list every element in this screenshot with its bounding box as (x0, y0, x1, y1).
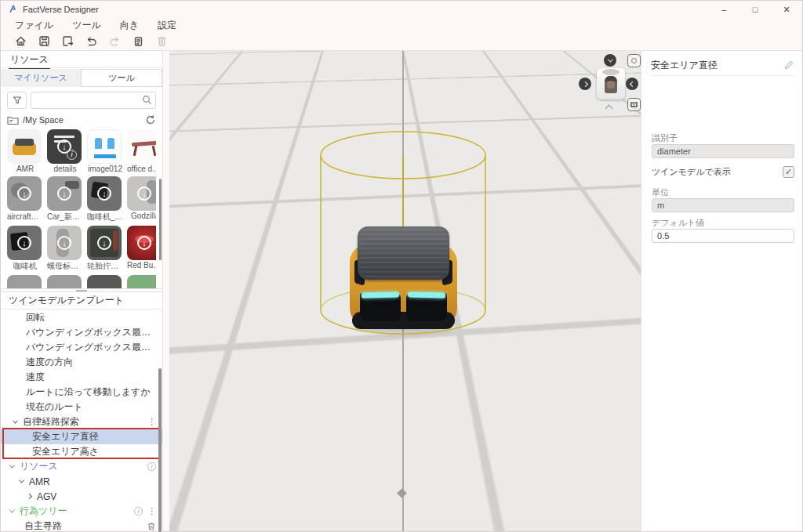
resource-item[interactable]: ↓ 螺母标记漆 (47, 226, 83, 272)
download-icon: ↓ (17, 236, 31, 250)
tree-item-resource-group[interactable]: リソース i (1, 459, 162, 474)
trash-icon[interactable] (147, 522, 156, 531)
save-icon (38, 34, 51, 48)
ground-grid (169, 51, 642, 102)
filter-button[interactable] (7, 92, 27, 109)
resource-item[interactable]: AMR (7, 129, 43, 173)
robot-led-strip (362, 291, 399, 298)
chevron-down-icon[interactable] (9, 463, 15, 469)
save-export-button[interactable] (57, 34, 78, 49)
chevron-down-icon[interactable] (9, 508, 15, 513)
grid-view-button[interactable] (627, 98, 641, 111)
menu-tools[interactable]: ツール (72, 19, 101, 32)
tree-item-follow-route[interactable]: ルートに沿って移動しますか (1, 385, 162, 400)
chevron-down-icon[interactable] (19, 478, 24, 483)
undo-icon (85, 34, 98, 48)
kebab-menu-icon[interactable]: ⋮ (147, 506, 156, 516)
tree-item-autonomous-pathfinding[interactable]: 自律経路探索 ⋮ (1, 414, 162, 429)
menu-settings[interactable]: 設定 (158, 19, 176, 32)
resource-item[interactable]: ↓ 咖啡机 (7, 226, 43, 272)
resource-item[interactable]: office desk (127, 129, 156, 173)
tab-tools[interactable]: ツール (81, 69, 162, 87)
resource-grid-scrollbar[interactable] (159, 179, 162, 260)
resource-item-partial[interactable] (127, 275, 156, 288)
resource-thumbnail-details: ↓ i (47, 129, 82, 164)
refresh-icon[interactable] (145, 114, 156, 125)
gizmo-rotate-up-button[interactable] (604, 54, 616, 67)
info-icon[interactable]: i (147, 462, 156, 471)
resource-item[interactable]: ↓ i details (47, 129, 83, 173)
gizmo-top-face (602, 69, 620, 75)
chevron-left-icon (629, 81, 634, 86)
save-button[interactable] (34, 34, 54, 49)
title-bar[interactable]: FactVerse Designer – □ ✕ (1, 1, 802, 18)
minimize-button[interactable]: – (708, 1, 739, 18)
gizmo-rotate-right-button[interactable] (626, 78, 638, 90)
redo-button[interactable] (104, 34, 125, 49)
edit-pencil-icon[interactable] (783, 60, 794, 71)
menu-orientation[interactable]: 向き (120, 19, 139, 32)
tree-item-safety-area-height[interactable]: 安全エリア高さ (1, 444, 162, 459)
breadcrumb-path[interactable]: /My Space (23, 115, 145, 125)
folder-icon (7, 115, 19, 125)
tree-item-rotation[interactable]: 回転 (1, 310, 162, 325)
download-icon: ↓ (17, 186, 31, 201)
resource-item[interactable]: ↓ 轮胎拧紧数… (87, 226, 123, 272)
tab-my-resources[interactable]: マイリソース (1, 69, 81, 87)
resource-item[interactable]: ↓ 咖啡机_新… (87, 176, 123, 223)
resource-thumbnail: ↓ (47, 226, 82, 260)
resource-item[interactable]: ↓ Godzilla (127, 176, 156, 223)
resource-item-partial[interactable] (7, 275, 43, 288)
default-value-label: デフォルト値 (652, 217, 704, 229)
tree-item-velocity-direction[interactable]: 速度の方向 (1, 355, 162, 370)
tree-item-current-route[interactable]: 現在のルート (1, 400, 162, 414)
search-input[interactable] (31, 92, 156, 109)
tree-item-auto-pathfinding-behavior[interactable]: 自主寻路 (1, 519, 162, 531)
resource-item-partial[interactable] (87, 275, 123, 288)
tree-item-amr[interactable]: AMR (1, 474, 162, 489)
tree-item-agv[interactable]: AGV (1, 489, 162, 504)
resource-item[interactable]: ↓ Car_新机制 (47, 176, 83, 223)
resource-item[interactable]: ↓ Red Button (127, 226, 156, 272)
tree-item-behavior-tree[interactable]: 行為ツリー i ⋮ (1, 504, 162, 519)
tree-item-bbox-1[interactable]: バウンディングボックス最… (1, 325, 162, 340)
maximize-button[interactable]: □ (739, 1, 771, 18)
default-value-field[interactable] (652, 229, 794, 243)
template-tree-scrollbar[interactable] (158, 368, 162, 532)
resource-item-partial[interactable] (47, 275, 83, 288)
property-panel: 安全エリア直径 識別子 ツインモデルで表示 ✓ 単位 デフォルト値 (641, 51, 802, 531)
kebab-menu-icon[interactable]: ⋮ (147, 417, 156, 427)
identifier-field[interactable] (652, 144, 794, 158)
resource-thumbnail-amr (7, 129, 42, 164)
copy-button[interactable] (128, 34, 148, 49)
resource-thumbnail: ↓ (87, 176, 122, 211)
undo-button[interactable] (81, 34, 101, 49)
chevron-right-icon (582, 81, 587, 86)
tree-item-safety-area-diameter[interactable]: 安全エリア直径 (1, 429, 162, 444)
viewport-3d[interactable] (169, 51, 642, 531)
unit-field[interactable] (652, 198, 794, 212)
resource-item[interactable]: image012 (87, 129, 123, 173)
search-icon (142, 95, 152, 105)
download-icon: ↓ (137, 186, 151, 201)
save-export-icon (61, 34, 74, 48)
tree-item-velocity[interactable]: 速度 (1, 370, 162, 385)
robot-led-strip (408, 291, 445, 298)
home-button[interactable] (10, 34, 31, 49)
menu-file[interactable]: ファイル (15, 19, 53, 32)
close-button[interactable]: ✕ (771, 1, 802, 18)
download-icon: ↓ (57, 186, 71, 201)
view-gizmo-cube[interactable] (597, 68, 625, 100)
chevron-right-icon[interactable] (27, 494, 32, 499)
resource-item[interactable]: ↓ aircraft_新… (7, 176, 43, 223)
info-icon[interactable]: i (134, 507, 143, 516)
tree-item-bbox-2[interactable]: バウンディングボックス最… (1, 340, 162, 355)
show-in-twin-checkbox[interactable]: ✓ (783, 166, 794, 178)
delete-button[interactable] (151, 34, 172, 49)
chevron-down-icon[interactable] (13, 418, 18, 424)
gizmo-rotate-left-button[interactable] (579, 78, 591, 90)
amr-robot-model[interactable] (350, 226, 457, 329)
focus-view-button[interactable] (627, 54, 641, 67)
download-icon: ↓ (97, 186, 111, 201)
home-icon (14, 34, 27, 48)
